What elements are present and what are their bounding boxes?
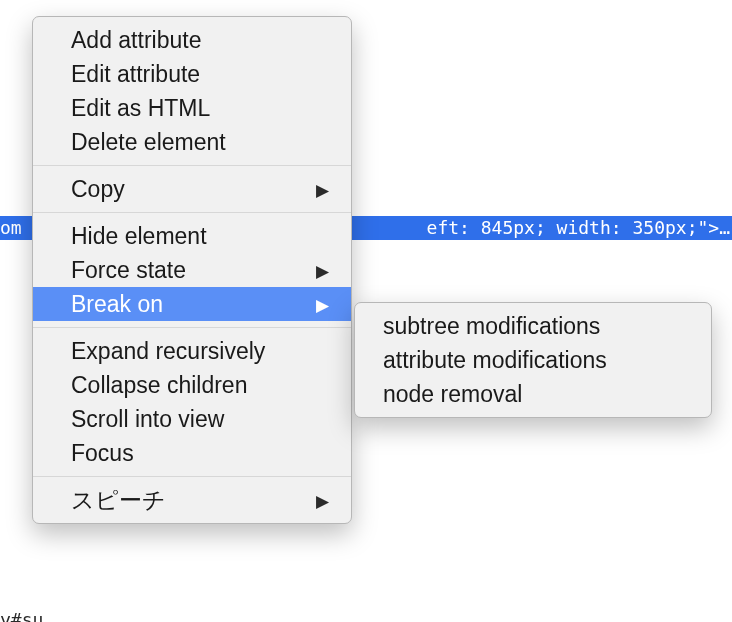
menu-item-hide-element[interactable]: Hide element [33, 219, 351, 253]
submenu-arrow-icon: ▶ [316, 261, 329, 282]
submenu-arrow-icon: ▶ [316, 295, 329, 316]
menu-item-label: attribute modifications [383, 347, 607, 374]
menu-item-edit-attribute[interactable]: Edit attribute [33, 57, 351, 91]
menu-item-label: subtree modifications [383, 313, 600, 340]
menu-separator [33, 165, 351, 166]
submenu-item-subtree-modifications[interactable]: subtree modifications [355, 309, 711, 343]
menu-item-label: スピーチ [71, 485, 166, 516]
menu-item-label: Focus [71, 440, 134, 467]
menu-separator [33, 327, 351, 328]
menu-item-scroll-into-view[interactable]: Scroll into view [33, 402, 351, 436]
menu-item-focus[interactable]: Focus [33, 436, 351, 470]
menu-item-expand-recursively[interactable]: Expand recursively [33, 334, 351, 368]
code-fragment-left: om [0, 216, 22, 240]
submenu-arrow-icon: ▶ [316, 180, 329, 201]
submenu-arrow-icon: ▶ [316, 491, 329, 512]
menu-item-label: Add attribute [71, 27, 201, 54]
menu-item-label: node removal [383, 381, 522, 408]
menu-item-label: Edit as HTML [71, 95, 210, 122]
dom-breadcrumb-fragment: y#su… [0, 609, 54, 622]
menu-item-label: Break on [71, 291, 163, 318]
menu-item-collapse-children[interactable]: Collapse children [33, 368, 351, 402]
menu-item-label: Delete element [71, 129, 226, 156]
menu-item-copy[interactable]: Copy ▶ [33, 172, 351, 206]
menu-item-speech[interactable]: スピーチ ▶ [33, 483, 351, 517]
menu-item-label: Collapse children [71, 372, 247, 399]
code-fragment-right: eft: 845px; width: 350px;">… [427, 216, 732, 240]
menu-item-add-attribute[interactable]: Add attribute [33, 23, 351, 57]
menu-item-break-on[interactable]: Break on ▶ [33, 287, 351, 321]
menu-item-force-state[interactable]: Force state ▶ [33, 253, 351, 287]
submenu-item-attribute-modifications[interactable]: attribute modifications [355, 343, 711, 377]
context-menu: Add attribute Edit attribute Edit as HTM… [32, 16, 352, 524]
break-on-submenu: subtree modifications attribute modifica… [354, 302, 712, 418]
menu-item-label: Hide element [71, 223, 207, 250]
menu-separator [33, 212, 351, 213]
menu-item-edit-as-html[interactable]: Edit as HTML [33, 91, 351, 125]
menu-item-label: Expand recursively [71, 338, 265, 365]
menu-separator [33, 476, 351, 477]
menu-item-label: Force state [71, 257, 186, 284]
menu-item-label: Copy [71, 176, 125, 203]
menu-item-label: Edit attribute [71, 61, 200, 88]
menu-item-label: Scroll into view [71, 406, 224, 433]
submenu-item-node-removal[interactable]: node removal [355, 377, 711, 411]
menu-item-delete-element[interactable]: Delete element [33, 125, 351, 159]
